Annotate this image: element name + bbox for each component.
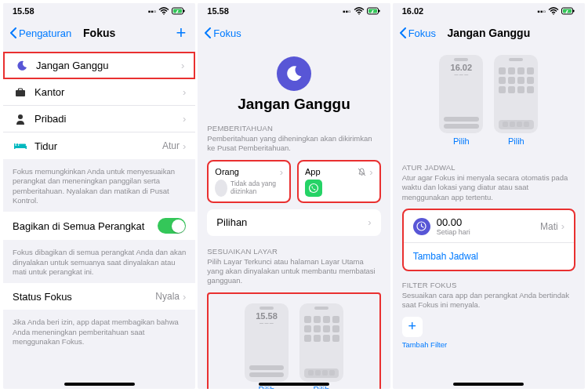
home-indicator[interactable] [259, 383, 329, 386]
status-time: 16.02 [402, 6, 424, 16]
section-sub: Sesuaikan cara app dan perangkat Anda be… [393, 291, 585, 317]
svg-line-16 [358, 169, 365, 176]
card-title: App [305, 167, 321, 176]
cell-label: Tidur [34, 140, 162, 152]
hero: Jangan Ganggu [198, 47, 390, 121]
screen-previews: 15.58 — — — Pilih Pilih [212, 299, 376, 389]
focus-status-row[interactable]: Status Fokus Nyala › [3, 283, 195, 310]
link-label: Tambah Jadwal [413, 251, 478, 262]
add-schedule-button[interactable]: Tambah Jadwal [404, 243, 574, 270]
status-bar: 15.58 ▪▪▫ [3, 3, 195, 19]
section-sub: Pemberitahuan yang diheningkan akan diki… [198, 134, 390, 160]
chevron-right-icon: › [561, 220, 564, 232]
homescreen-preview[interactable]: Pilih [494, 55, 538, 146]
svg-rect-9 [26, 146, 27, 149]
svg-rect-7 [14, 146, 27, 148]
schedule-row[interactable]: 00.00 Setiap hari Mati › [404, 210, 574, 243]
focus-list-screen: 15.58 ▪▪▫ Pengaturan Fokus + Jangan Gang… [3, 3, 195, 389]
back-label: Fokus [213, 27, 241, 39]
lockscreen-preview[interactable]: 15.58 — — — Pilih [245, 303, 289, 389]
cell-value: Nyala [155, 291, 180, 302]
status-icons: ▪▪▫ [537, 7, 575, 16]
cell-label: Kantor [34, 86, 183, 98]
add-filter-label[interactable]: Tambah Filter [393, 340, 585, 356]
dnd-config-screen: 15.58 ▪▪▫ Fokus Jangan Ganggu PEMBERITAH… [198, 3, 390, 389]
options-row[interactable]: Pilihan › [207, 209, 380, 236]
card-sub: Tidak ada yang diizinkan [230, 180, 283, 195]
back-button[interactable]: Fokus [399, 27, 436, 39]
person-icon [13, 114, 28, 125]
share-all-devices-row: Bagikan di Semua Perangkat [3, 212, 195, 240]
chevron-right-icon: › [183, 140, 186, 152]
people-card[interactable]: Orang › Tidak ada yang diizinkan [207, 160, 291, 203]
app-card[interactable]: App › [297, 160, 381, 203]
svg-rect-5 [19, 89, 23, 91]
chevron-left-icon [204, 27, 212, 38]
section-header: FILTER FOKUS [393, 278, 585, 291]
home-indicator[interactable] [64, 383, 135, 386]
chevron-left-icon [9, 27, 17, 38]
focus-item-personal[interactable]: Pribadi › [3, 106, 195, 132]
screen-previews: 16.02 — — — Pilih Pilih [393, 47, 585, 151]
bed-icon [13, 142, 28, 150]
svg-rect-8 [14, 143, 16, 149]
status-icons: ▪▪▫ [148, 7, 187, 16]
svg-rect-11 [19, 144, 26, 147]
section-header: PEMBERITAHUAN [198, 121, 390, 134]
back-label: Pengaturan [19, 27, 71, 39]
svg-point-10 [16, 143, 19, 146]
bell-slash-icon [358, 168, 366, 176]
schedule-time: 00.00 [437, 216, 540, 228]
add-filter-button[interactable]: + [402, 317, 423, 337]
cell-value: Atur [162, 140, 180, 151]
chevron-right-icon: › [181, 60, 184, 71]
chevron-right-icon: › [183, 291, 186, 303]
chevron-right-icon: › [369, 166, 372, 178]
pick-link[interactable]: Pilih [494, 136, 538, 146]
back-button[interactable]: Fokus [204, 27, 241, 39]
dnd-schedule-screen: 16.02 ▪▪▫ Fokus Jangan Ganggu 16.02 — — … [393, 3, 585, 389]
status-time: 15.58 [207, 6, 229, 16]
chevron-right-icon: › [183, 113, 186, 125]
footer-text: Jika Anda beri izin, app dapat membagika… [3, 314, 195, 353]
back-button[interactable]: Pengaturan [9, 27, 71, 39]
schedule-repeat: Setiap hari [437, 228, 540, 236]
status-bar: 16.02 ▪▪▫ [393, 3, 585, 19]
svg-point-12 [358, 13, 360, 15]
status-icons: ▪▪▫ [343, 7, 381, 16]
homescreen-preview[interactable]: Pilih [299, 303, 343, 389]
add-focus-button[interactable]: + [176, 23, 189, 43]
section-sub: Pilih Layar Terkunci atau halaman Layar … [198, 257, 390, 292]
schedule-state: Mati [540, 221, 558, 232]
svg-rect-15 [379, 10, 380, 13]
chevron-left-icon [399, 27, 407, 38]
focus-item-dnd[interactable]: Jangan Ganggu › [3, 52, 195, 79]
lockscreen-preview[interactable]: 16.02 — — — Pilih [439, 55, 483, 146]
nav-bar: Fokus [198, 19, 390, 47]
svg-point-0 [164, 13, 165, 15]
cell-label: Pilihan [216, 216, 368, 228]
card-title: Orang [215, 167, 239, 176]
chevron-right-icon: › [280, 166, 283, 178]
status-bar: 15.58 ▪▪▫ [198, 3, 390, 19]
nav-bar: Fokus Jangan Ganggu [393, 19, 585, 47]
status-time: 15.58 [13, 6, 34, 16]
cell-label: Pribadi [34, 113, 183, 125]
share-toggle[interactable] [158, 218, 186, 234]
focus-item-sleep[interactable]: Tidur Atur › [3, 132, 195, 159]
focus-item-work[interactable]: Kantor › [3, 79, 195, 106]
pick-link[interactable]: Pilih [439, 136, 483, 146]
nav-bar: Pengaturan Fokus + [3, 19, 195, 47]
section-sub: Atur agar Fokus ini menyala secara otoma… [393, 173, 585, 209]
footer-text: Fokus memungkinkan Anda untuk menyesuaik… [3, 164, 195, 212]
moon-icon [277, 56, 311, 91]
cell-label: Status Fokus [13, 291, 155, 303]
chevron-right-icon: › [183, 86, 186, 98]
cell-label: Jangan Ganggu [36, 60, 181, 71]
page-title: Jangan Ganggu [447, 27, 530, 39]
home-indicator[interactable] [453, 383, 524, 386]
cell-label: Bagikan di Semua Perangkat [13, 220, 158, 232]
clock-icon [413, 218, 430, 235]
hero-title: Jangan Ganggu [238, 96, 350, 113]
svg-rect-21 [573, 10, 575, 13]
